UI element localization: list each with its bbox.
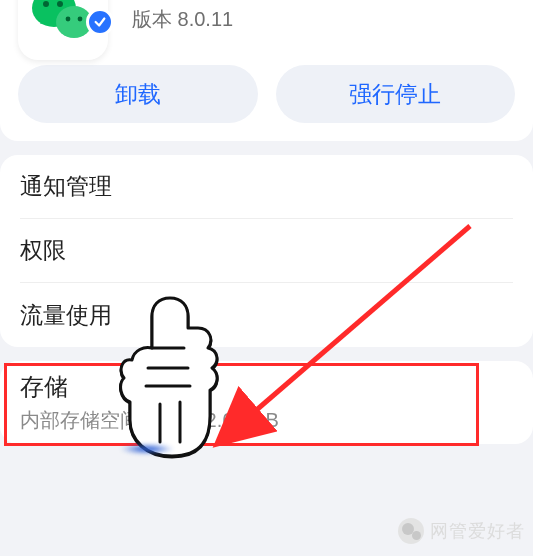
storage-title: 存储 bbox=[20, 371, 513, 403]
app-header-card: 版本 8.0.11 卸载 强行停止 bbox=[0, 0, 533, 141]
storage-subtitle: 内部存储空间已使用 2.67 GB bbox=[20, 407, 513, 434]
row-label: 权限 bbox=[20, 235, 513, 266]
watermark: 网管爱好者 bbox=[398, 518, 525, 544]
wechat-icon bbox=[30, 0, 94, 44]
svg-point-4 bbox=[57, 1, 63, 7]
app-version: 版本 8.0.11 bbox=[132, 6, 233, 33]
force-stop-button[interactable]: 强行停止 bbox=[276, 65, 516, 123]
row-label: 流量使用 bbox=[20, 300, 513, 331]
verified-badge-icon bbox=[86, 8, 114, 36]
annotation-blur-mark bbox=[112, 442, 182, 456]
uninstall-button[interactable]: 卸载 bbox=[18, 65, 258, 123]
row-permissions[interactable]: 权限 bbox=[20, 219, 513, 283]
wechat-watermark-icon bbox=[398, 518, 424, 544]
row-notifications[interactable]: 通知管理 bbox=[20, 155, 513, 219]
app-icon bbox=[18, 0, 108, 30]
svg-point-3 bbox=[43, 1, 49, 7]
svg-point-5 bbox=[66, 17, 71, 22]
settings-card: 通知管理 权限 流量使用 bbox=[0, 155, 533, 347]
storage-card[interactable]: 存储 内部存储空间已使用 2.67 GB bbox=[0, 361, 533, 444]
action-button-row: 卸载 强行停止 bbox=[18, 65, 515, 123]
watermark-text: 网管爱好者 bbox=[430, 519, 525, 543]
svg-point-6 bbox=[78, 17, 83, 22]
row-data-usage[interactable]: 流量使用 bbox=[20, 283, 513, 347]
row-label: 通知管理 bbox=[20, 171, 513, 202]
